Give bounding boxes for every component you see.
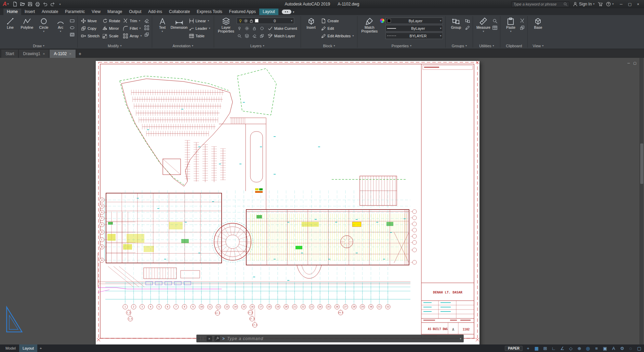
- command-customize-icon[interactable]: [214, 336, 220, 341]
- save-icon[interactable]: [27, 1, 34, 8]
- layer-walk-button[interactable]: [244, 33, 250, 39]
- new-file-icon[interactable]: [12, 1, 18, 8]
- minimize-button[interactable]: ─: [620, 2, 622, 6]
- rectangle-button[interactable]: [69, 18, 75, 24]
- annotation-scale-icon[interactable]: A: [611, 346, 616, 351]
- layer-unisolate-button[interactable]: [237, 33, 242, 39]
- doc-minimize-icon[interactable]: ─: [627, 61, 630, 65]
- object-snap-icon[interactable]: ◎: [585, 346, 591, 351]
- utilities-panel-title[interactable]: Utilities▾: [473, 43, 500, 49]
- explode-button[interactable]: [144, 25, 149, 30]
- selection-cycling-icon[interactable]: ▣: [602, 346, 608, 351]
- ribbon-display-toggle[interactable]: [282, 10, 291, 14]
- command-close-icon[interactable]: ×: [207, 336, 212, 341]
- vertical-scrollbar[interactable]: [640, 58, 643, 344]
- app-store-button[interactable]: [598, 2, 603, 7]
- redo-icon[interactable]: [49, 1, 56, 8]
- drawing-canvas[interactable]: 1234567891011121314151617181920212223242…: [0, 58, 644, 344]
- ribbon-tab-featured-apps[interactable]: Featured Apps: [226, 9, 259, 15]
- close-tab-icon[interactable]: ×: [69, 52, 71, 56]
- linear-dimension-button[interactable]: Linear▾: [188, 17, 211, 24]
- file-tab-drawing1[interactable]: Drawing1×: [19, 50, 49, 58]
- layer-on-icon[interactable]: [238, 19, 242, 23]
- create-block-button[interactable]: Create: [320, 17, 355, 24]
- app-menu-button[interactable]: A ▾: [0, 0, 12, 8]
- cut-button[interactable]: [520, 18, 525, 24]
- ribbon-tab-layout[interactable]: Layout: [259, 9, 278, 15]
- model-tab[interactable]: Model: [2, 344, 19, 352]
- base-view-button[interactable]: Base: [530, 16, 546, 29]
- clean-screen-icon[interactable]: ▢: [636, 346, 642, 351]
- layer-freeze-button[interactable]: [244, 26, 250, 31]
- isometric-drafting-icon[interactable]: ◇: [568, 346, 574, 351]
- rotate-button[interactable]: Rotate: [102, 17, 121, 24]
- close-button[interactable]: ×: [637, 2, 639, 6]
- lineweight-select[interactable]: ByLayer▾: [385, 25, 443, 32]
- command-history-icon[interactable]: ▾: [460, 337, 461, 340]
- command-input[interactable]: Type a command: [227, 336, 457, 341]
- undo-icon[interactable]: [42, 1, 49, 8]
- maximize-button[interactable]: ▢: [628, 2, 631, 7]
- help-button[interactable]: ▾: [606, 2, 614, 7]
- grid-display-icon[interactable]: ▦: [534, 346, 539, 351]
- object-snap-tracking-icon[interactable]: ⊕: [577, 346, 582, 351]
- new-drawing-tab-button[interactable]: +: [76, 50, 84, 58]
- layer-isolate-button[interactable]: [259, 26, 265, 31]
- array-button[interactable]: Array▾: [122, 33, 143, 39]
- layer-lock-icon[interactable]: [249, 19, 253, 23]
- leader-button[interactable]: Leader▾: [188, 25, 211, 32]
- copy-button[interactable]: Copy: [80, 25, 101, 32]
- ribbon-tab-output[interactable]: Output: [126, 9, 145, 15]
- paper-space-toggle[interactable]: PAPER: [505, 346, 523, 351]
- insert-block-button[interactable]: Insert: [303, 16, 319, 29]
- doc-restore-icon[interactable]: ▢: [633, 61, 636, 65]
- move-button[interactable]: Move: [80, 17, 101, 24]
- block-panel-title[interactable]: Block▾: [301, 43, 357, 49]
- edit-block-button[interactable]: Edit: [320, 25, 355, 32]
- group-button[interactable]: Group: [448, 16, 464, 29]
- ribbon-tab-express-tools[interactable]: Express Tools: [193, 9, 225, 15]
- chevron-down-icon[interactable]: ▾: [440, 35, 441, 37]
- ungroup-button[interactable]: [465, 18, 470, 24]
- erase-button[interactable]: [144, 18, 149, 24]
- command-line[interactable]: ⋮⋮ × > Type a command ▾: [196, 335, 464, 342]
- layers-panel-title[interactable]: Layers▾: [214, 43, 301, 49]
- crosshair-icon[interactable]: +: [525, 346, 531, 351]
- file-tab-a-1102[interactable]: A-1102×: [50, 50, 76, 58]
- groups-panel-title[interactable]: Groups▾: [446, 43, 473, 49]
- properties-panel-title[interactable]: Properties▾: [357, 43, 445, 49]
- circle-button[interactable]: Circle▾: [36, 16, 52, 33]
- trim-button[interactable]: Trim▾: [122, 17, 143, 24]
- layout-tab[interactable]: Layout: [19, 344, 37, 352]
- linetype-select[interactable]: BYLAYER▾: [385, 33, 443, 39]
- ribbon-tab-parametric[interactable]: Parametric: [62, 9, 88, 15]
- scrollbar-thumb[interactable]: [640, 143, 643, 184]
- layer-color-swatch[interactable]: [255, 19, 259, 23]
- layer-properties-button[interactable]: Layer Properties: [216, 16, 236, 33]
- close-tab-icon[interactable]: ×: [43, 52, 45, 56]
- ribbon-tab-view[interactable]: View: [88, 9, 104, 15]
- match-layer-button[interactable]: Match Layer: [267, 33, 296, 39]
- quick-calculator-button[interactable]: [492, 25, 498, 30]
- stretch-button[interactable]: Stretch: [80, 33, 101, 39]
- chevron-down-icon[interactable]: ▾: [440, 27, 441, 30]
- line-button[interactable]: Line: [2, 16, 18, 29]
- ribbon-tab-insert[interactable]: Insert: [21, 9, 38, 15]
- clipboard-panel-title[interactable]: Clipboard: [500, 43, 527, 49]
- polar-tracking-icon[interactable]: ∠: [560, 346, 565, 351]
- match-properties-button[interactable]: Match Properties: [360, 16, 379, 33]
- chevron-down-icon[interactable]: ▾: [440, 20, 441, 22]
- ribbon-tab-annotate[interactable]: Annotate: [38, 9, 62, 15]
- sign-in-button[interactable]: Sign In ▾: [573, 2, 594, 7]
- hatch-button[interactable]: [69, 32, 75, 37]
- text-button[interactable]: Text▾: [155, 16, 170, 33]
- new-layout-button[interactable]: +: [37, 344, 44, 352]
- arc-button[interactable]: Arc▾: [53, 16, 68, 33]
- ortho-mode-icon[interactable]: ∟: [551, 346, 556, 351]
- fillet-button[interactable]: Fillet▾: [122, 25, 143, 32]
- isolate-objects-icon[interactable]: ◌: [628, 346, 633, 351]
- layer-freeze-icon[interactable]: [244, 19, 248, 23]
- command-grip[interactable]: ⋮⋮: [199, 337, 204, 340]
- chevron-down-icon[interactable]: ▾: [291, 20, 292, 22]
- dimension-button[interactable]: Dimension: [171, 16, 187, 29]
